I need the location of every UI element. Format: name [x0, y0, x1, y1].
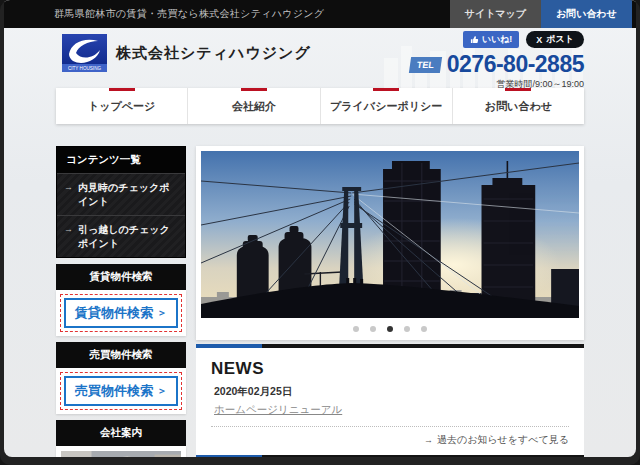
nav-accent-mark	[241, 88, 267, 91]
phone-number: 0276-80-2885	[447, 53, 584, 76]
nav-accent-mark	[505, 88, 531, 91]
arrow-icon: →	[64, 181, 73, 208]
arrow-icon: →	[64, 223, 73, 250]
hero-carousel	[196, 146, 584, 340]
sale-search-button[interactable]: 売買物件検索 ＞	[64, 376, 178, 406]
nav-item-top[interactable]: トップページ	[56, 88, 187, 124]
news-section: NEWS 2020年02月25日 ホームページリニューアル → 過去のお知らせを…	[196, 348, 584, 455]
chevron-right-icon: ＞	[157, 306, 167, 320]
hero-slide-image	[201, 151, 579, 318]
rental-search-highlight: 賃貸物件検索 ＞	[60, 294, 182, 332]
carousel-dot[interactable]	[370, 326, 376, 332]
webpage: 群馬県館林市の賃貸・売買なら株式会社シティハウジング サイトマップ お問い合わせ	[4, 0, 636, 457]
carousel-dot[interactable]	[421, 326, 427, 332]
dotted-divider	[211, 426, 569, 427]
sidebar-item-viewing-checkpoints[interactable]: → 内見時のチェックポイント	[57, 173, 185, 215]
company-guide-section: 会社案内	[56, 420, 186, 457]
nav-label: お問い合わせ	[485, 99, 552, 114]
arrow-icon: →	[424, 435, 433, 445]
x-logo-icon: X	[536, 35, 542, 45]
nav-accent-mark	[373, 88, 399, 91]
nav-item-contact[interactable]: お問い合わせ	[452, 88, 584, 124]
contents-list-title: コンテンツ一覧	[57, 147, 185, 173]
rental-search-section: 賃貸物件検索 賃貸物件検索 ＞	[56, 264, 186, 336]
like-label: いいね!	[482, 33, 513, 46]
telephone-row: TEL 0276-80-2885	[410, 53, 584, 76]
main-column: NEWS 2020年02月25日 ホームページリニューアル → 過去のお知らせを…	[196, 146, 584, 457]
facebook-like-button[interactable]: いいね!	[463, 31, 520, 48]
news-link[interactable]: ホームページリニューアル	[214, 403, 342, 417]
sidebar-item-label: 引っ越しのチェックポイント	[78, 223, 178, 250]
tel-badge: TEL	[409, 57, 442, 73]
site-tagline: 群馬県館林市の賃貸・売買なら株式会社シティハウジング	[54, 7, 324, 21]
sale-search-highlight: 売買物件検索 ＞	[60, 372, 182, 410]
news-date: 2020年02月25日	[214, 385, 569, 399]
company-guide-title: 会社案内	[56, 420, 186, 446]
company-logo-icon: CITY HOUSING	[62, 34, 107, 72]
news-title: NEWS	[211, 359, 569, 379]
sidebar-item-label: 内見時のチェックポイント	[78, 181, 178, 208]
company-name: 株式会社シティハウジング	[116, 44, 311, 63]
svg-text:CITY HOUSING: CITY HOUSING	[68, 66, 102, 71]
sidebar: コンテンツ一覧 → 内見時のチェックポイント → 引っ越しのチェックポイント 賃…	[56, 146, 186, 457]
nav-label: プライバシーポリシー	[330, 99, 442, 114]
rental-search-button-label: 賃貸物件検索	[75, 304, 153, 322]
nav-accent-mark	[109, 88, 135, 91]
post-label: ポスト	[546, 33, 574, 46]
nav-item-privacy[interactable]: プライバシーポリシー	[320, 88, 452, 124]
site-header: CITY HOUSING 株式会社シティハウジング いいね! X	[4, 28, 636, 88]
top-utility-bar: 群馬県館林市の賃貸・売買なら株式会社シティハウジング サイトマップ お問い合わせ	[4, 0, 636, 28]
content-area: コンテンツ一覧 → 内見時のチェックポイント → 引っ越しのチェックポイント 賃…	[56, 146, 584, 457]
news-item: 2020年02月25日 ホームページリニューアル	[211, 385, 569, 417]
view-all-label: 過去のお知らせをすべて見る	[437, 433, 569, 447]
global-navigation: トップページ 会社紹介 プライバシーポリシー お問い合わせ	[56, 88, 584, 124]
x-post-button[interactable]: X ポスト	[526, 31, 584, 48]
chevron-right-icon: ＞	[157, 384, 167, 398]
header-contact-area: いいね! X ポスト TEL 0276-80-2885 営業時間/9:00～19…	[410, 31, 584, 91]
carousel-dots	[201, 318, 579, 340]
rental-search-title: 賃貸物件検索	[56, 264, 186, 290]
section-divider-bar	[196, 455, 584, 457]
logo-home-link[interactable]: CITY HOUSING 株式会社シティハウジング	[62, 34, 311, 72]
rental-search-button[interactable]: 賃貸物件検索 ＞	[64, 298, 178, 328]
contact-button-top[interactable]: お問い合わせ	[541, 0, 632, 28]
sale-search-title: 売買物件検索	[56, 342, 186, 368]
sitemap-button[interactable]: サイトマップ	[450, 0, 541, 28]
nav-label: 会社紹介	[232, 99, 276, 114]
thumbs-up-icon	[470, 35, 479, 44]
sale-search-section: 売買物件検索 売買物件検索 ＞	[56, 342, 186, 414]
nav-label: トップページ	[88, 99, 155, 114]
sale-search-button-label: 売買物件検索	[75, 382, 153, 400]
carousel-dot[interactable]	[404, 326, 410, 332]
carousel-dot[interactable]	[387, 326, 393, 332]
browser-screenshot-frame: 群馬県館林市の賃貸・売買なら株式会社シティハウジング サイトマップ お問い合わせ	[0, 0, 640, 465]
sidebar-item-moving-checkpoints[interactable]: → 引っ越しのチェックポイント	[57, 215, 185, 257]
carousel-dot[interactable]	[353, 326, 359, 332]
view-all-news-link[interactable]: → 過去のお知らせをすべて見る	[211, 433, 569, 447]
contents-list-box: コンテンツ一覧 → 内見時のチェックポイント → 引っ越しのチェックポイント	[56, 146, 186, 258]
nav-item-company[interactable]: 会社紹介	[187, 88, 319, 124]
company-office-photo[interactable]	[61, 451, 181, 457]
social-buttons: いいね! X ポスト	[410, 31, 584, 48]
topbar-buttons: サイトマップ お問い合わせ	[450, 0, 632, 28]
